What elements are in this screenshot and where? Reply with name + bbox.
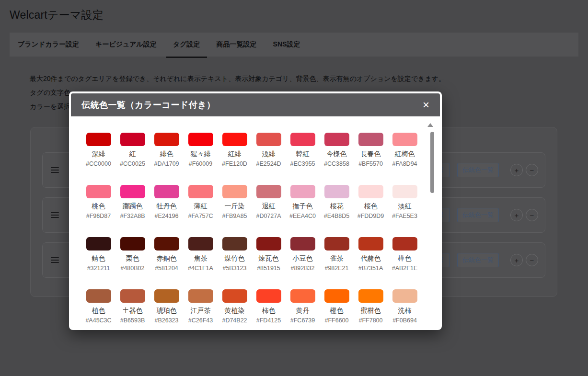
color-swatch-cell[interactable]: 代赭色#B7351A [354, 237, 388, 289]
drag-handle-icon[interactable] [51, 257, 59, 263]
color-swatch[interactable] [188, 289, 213, 303]
color-swatch-cell[interactable]: 黄植染#D74B22 [218, 289, 252, 328]
color-swatch[interactable] [290, 237, 315, 251]
color-swatch[interactable] [358, 185, 383, 198]
color-swatch-cell[interactable]: 樺色#AB2F1E [388, 237, 422, 289]
scrollbar-thumb[interactable] [430, 132, 434, 193]
color-swatch[interactable] [120, 237, 145, 251]
color-swatch[interactable] [86, 133, 111, 146]
color-swatch[interactable] [256, 289, 281, 303]
color-swatch-cell[interactable]: 退紅#D0727A [252, 185, 286, 237]
scrollbar-up-arrow-icon[interactable] [427, 123, 433, 127]
add-row-button[interactable]: + [510, 254, 523, 266]
color-swatch-cell[interactable]: 今様色#CC3858 [320, 133, 354, 185]
color-swatch[interactable] [222, 133, 247, 146]
add-row-button[interactable]: + [510, 209, 523, 221]
color-swatch[interactable] [120, 133, 145, 146]
color-swatch-cell[interactable]: 蜜柑色#FF7800 [354, 289, 388, 328]
color-swatch-cell[interactable]: 煤竹色#5B3123 [218, 237, 252, 289]
color-swatch[interactable] [154, 237, 179, 251]
color-swatch[interactable] [222, 185, 247, 198]
color-swatch-cell[interactable]: 江戸茶#C26F43 [184, 289, 218, 328]
color-swatch[interactable] [358, 133, 383, 146]
color-swatch-cell[interactable]: 錆色#321211 [81, 237, 115, 289]
color-swatch-cell[interactable]: 長春色#BF5570 [354, 133, 388, 185]
color-swatch[interactable] [154, 133, 179, 146]
color-swatch[interactable] [222, 237, 247, 251]
tab-3[interactable]: タグ設定 [167, 33, 206, 57]
color-swatch-cell[interactable]: 一斤染#FB9A85 [218, 185, 252, 237]
color-swatch-cell[interactable]: 紅#CC0025 [115, 133, 150, 185]
color-swatch[interactable] [324, 237, 349, 251]
color-swatch-cell[interactable]: 焦茶#4C1F1A [184, 237, 218, 289]
add-row-button[interactable]: + [510, 164, 523, 176]
remove-row-button[interactable]: − [526, 209, 538, 221]
color-swatch[interactable] [290, 289, 315, 303]
color-swatch[interactable] [324, 133, 349, 146]
color-swatch[interactable] [358, 289, 383, 303]
tab-1[interactable]: ブランドカラー設定 [12, 33, 85, 57]
color-swatch[interactable] [188, 185, 213, 198]
color-swatch-cell[interactable]: 紅緋#FE120D [218, 133, 252, 185]
traditional-colors-button[interactable]: 伝統色一覧 [457, 253, 499, 267]
color-swatch[interactable] [324, 289, 349, 303]
color-swatch-cell[interactable]: 深緋#CC0000 [81, 133, 115, 185]
color-swatch-cell[interactable]: 浅緋#E2524D [252, 133, 286, 185]
color-swatch[interactable] [86, 237, 111, 251]
color-swatch-cell[interactable]: 橙色#FF6600 [320, 289, 354, 328]
color-swatch-cell[interactable]: 撫子色#EEA4C0 [286, 185, 320, 237]
close-icon[interactable]: × [421, 99, 431, 111]
color-swatch[interactable] [256, 237, 281, 251]
color-swatch-cell[interactable]: 淡紅#FAE5E3 [388, 185, 422, 237]
tab-5[interactable]: SNS設定 [267, 33, 306, 57]
color-swatch[interactable] [188, 237, 213, 251]
color-swatch-cell[interactable]: 猩々緋#F60009 [184, 133, 218, 185]
color-swatch[interactable] [324, 185, 349, 198]
drag-handle-icon[interactable] [51, 212, 59, 218]
traditional-colors-button[interactable]: 伝統色一覧 [457, 208, 499, 222]
color-swatch[interactable] [392, 237, 417, 251]
color-swatch[interactable] [222, 289, 247, 303]
color-swatch-cell[interactable]: 黄丹#FC6739 [286, 289, 320, 328]
traditional-colors-button[interactable]: 伝統色一覧 [457, 163, 499, 177]
color-swatch-cell[interactable]: 琥珀色#B26323 [150, 289, 184, 328]
color-swatch-cell[interactable]: 栗色#480B02 [115, 237, 150, 289]
color-swatch[interactable] [290, 185, 315, 198]
color-swatch-cell[interactable]: 雀茶#982E21 [320, 237, 354, 289]
color-swatch-cell[interactable]: 煉瓦色#851915 [252, 237, 286, 289]
color-swatch[interactable] [358, 237, 383, 251]
color-swatch-cell[interactable]: 薄紅#FA757C [184, 185, 218, 237]
color-swatch-cell[interactable]: 桃色#F96D87 [81, 185, 115, 237]
color-swatch-cell[interactable]: 小豆色#892B32 [286, 237, 320, 289]
color-swatch[interactable] [256, 133, 281, 146]
color-swatch-cell[interactable]: 洗柿#F0B694 [388, 289, 422, 328]
drag-handle-icon[interactable] [51, 167, 59, 173]
color-swatch[interactable] [392, 133, 417, 146]
color-swatch[interactable] [120, 289, 145, 303]
color-swatch-cell[interactable]: 土器色#B6593B [115, 289, 150, 328]
color-swatch[interactable] [86, 185, 111, 198]
tab-4[interactable]: 商品一覧設定 [211, 33, 263, 57]
color-swatch[interactable] [392, 185, 417, 198]
color-swatch-cell[interactable]: 緋色#DA1709 [150, 133, 184, 185]
color-swatch-cell[interactable]: 桜色#FDD9D9 [354, 185, 388, 237]
color-swatch[interactable] [290, 133, 315, 146]
color-swatch[interactable] [154, 185, 179, 198]
color-swatch[interactable] [392, 289, 417, 303]
color-swatch-cell[interactable]: 牡丹色#E24196 [150, 185, 184, 237]
remove-row-button[interactable]: − [526, 164, 538, 176]
color-swatch[interactable] [188, 133, 213, 146]
color-swatch-cell[interactable]: 桜花#E4B8D5 [320, 185, 354, 237]
color-swatch-cell[interactable]: 紅梅色#FA8D94 [388, 133, 422, 185]
color-swatch[interactable] [154, 289, 179, 303]
tab-2[interactable]: キービジュアル設定 [90, 33, 162, 57]
color-swatch-cell[interactable]: 韓紅#EC3955 [286, 133, 320, 185]
color-swatch[interactable] [86, 289, 111, 303]
color-swatch-cell[interactable]: 赤銅色#581204 [150, 237, 184, 289]
color-swatch[interactable] [120, 185, 145, 198]
color-swatch-cell[interactable]: 躑躅色#F32A8B [115, 185, 150, 237]
remove-row-button[interactable]: − [526, 254, 538, 266]
color-swatch-cell[interactable]: 植色#A45C3C [81, 289, 115, 328]
color-swatch[interactable] [256, 185, 281, 198]
color-swatch-cell[interactable]: 柿色#FD4125 [252, 289, 286, 328]
